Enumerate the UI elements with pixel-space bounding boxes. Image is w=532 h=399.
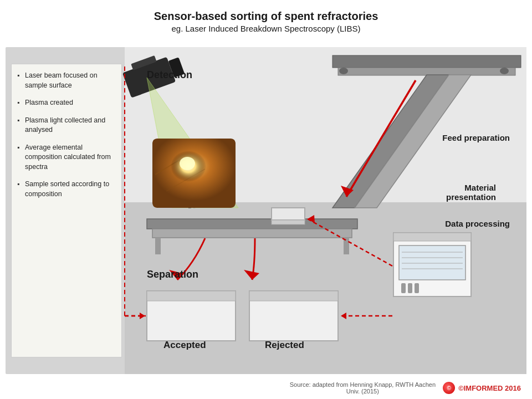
accepted-label: Accepted bbox=[163, 340, 206, 351]
rejected-label: Rejected bbox=[265, 340, 304, 351]
separation-label: Separation bbox=[147, 269, 198, 280]
detection-label: Detection bbox=[147, 69, 192, 81]
list-item-5: Sample sorted according to composition bbox=[17, 180, 116, 199]
feed-prep-label: Feed preparation bbox=[442, 133, 510, 142]
data-label: Data processing bbox=[445, 219, 510, 228]
page-title: Sensor-based sorting of spent refractori… bbox=[0, 10, 532, 23]
list-item-4: Average elemental composition calculated… bbox=[17, 143, 116, 172]
list-item-1: Laser beam focused on sample surface bbox=[17, 71, 116, 90]
header: Sensor-based sorting of spent refractori… bbox=[0, 0, 532, 38]
footer: Source: adapted from Henning Knapp, RWTH… bbox=[0, 381, 532, 395]
list-item-2: Plasma created bbox=[17, 98, 116, 108]
copyright: © ©IMFORMED 2016 bbox=[443, 382, 521, 394]
source-text: Source: adapted from Henning Knapp, RWTH… bbox=[283, 381, 443, 395]
list-item-3: Plasma light collected and analysed bbox=[17, 116, 116, 135]
diagram-container: Laser beam focused on sample surface Pla… bbox=[6, 47, 526, 374]
imformed-logo: © bbox=[443, 382, 455, 394]
copyright-text: ©IMFORMED 2016 bbox=[458, 384, 521, 392]
material-label: Material presentation bbox=[446, 183, 496, 202]
page-subtitle: eg. Laser Induced Breakdown Spectroscopy… bbox=[0, 24, 532, 33]
left-panel: Laser beam focused on sample surface Pla… bbox=[11, 64, 122, 357]
bullet-list: Laser beam focused on sample surface Pla… bbox=[17, 71, 116, 199]
